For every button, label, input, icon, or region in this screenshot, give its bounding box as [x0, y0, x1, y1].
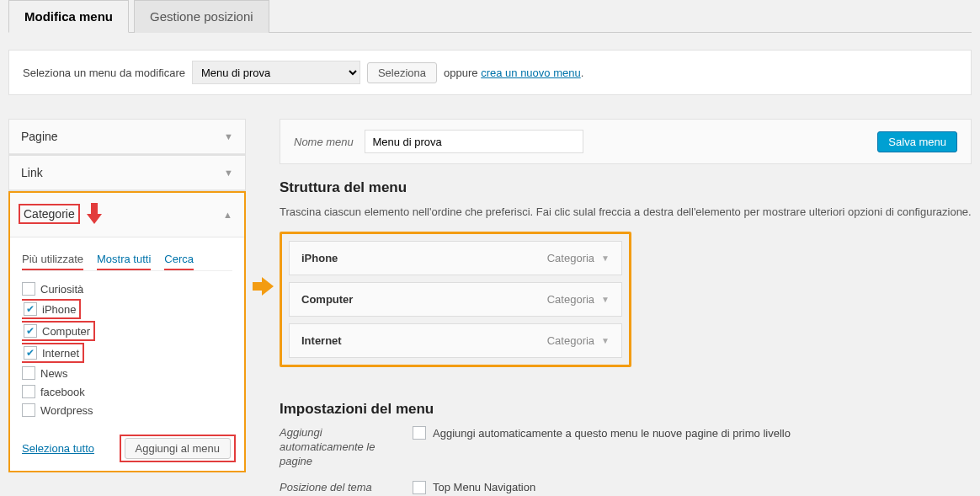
widget-links: Link ▼	[8, 155, 246, 191]
caret-down-icon: ▼	[224, 131, 233, 141]
menu-item-type: Categoria▼	[547, 293, 610, 306]
save-menu-button[interactable]: Salva menu	[877, 131, 957, 152]
menu-name-label: Nome menu	[294, 136, 354, 148]
widget-links-header[interactable]: Link ▼	[9, 156, 245, 190]
category-item[interactable]: facebook	[22, 382, 227, 401]
category-label: iPhone	[42, 303, 76, 316]
select-button[interactable]: Seleziona	[367, 62, 437, 83]
arrow-down-icon	[87, 203, 102, 227]
theme-pos-text: Top Menu Navigation	[433, 481, 535, 493]
category-checkbox[interactable]	[22, 403, 35, 417]
or-text: oppure	[444, 67, 477, 79]
caret-down-icon[interactable]: ▼	[601, 295, 610, 304]
sidebar: Pagine ▼ Link ▼ Categorie ▲	[8, 119, 246, 472]
category-item[interactable]: News	[22, 364, 227, 382]
menu-item-type: Categoria▼	[547, 334, 610, 347]
category-checkbox[interactable]	[24, 324, 37, 338]
caret-down-icon[interactable]: ▼	[601, 336, 610, 345]
category-item[interactable]: Wordpress	[22, 401, 227, 419]
widget-categories-header[interactable]: Categorie ▲	[10, 193, 244, 237]
tab-manage-positions[interactable]: Gestione posizioni	[134, 0, 269, 33]
menu-header-bar: Nome menu Salva menu	[280, 119, 972, 164]
category-checkbox[interactable]	[22, 385, 35, 398]
menu-item-type: Categoria▼	[547, 252, 610, 264]
select-all-link[interactable]: Seleziona tutto	[22, 442, 94, 455]
main-panel: Nome menu Salva menu Struttura del menu …	[280, 119, 972, 496]
category-checkbox[interactable]	[22, 282, 35, 296]
auto-add-text: Aggiungi automaticamente a questo menu l…	[433, 427, 791, 440]
structure-instr: Trascina ciascun elemento nell'ordine ch…	[280, 205, 972, 220]
category-checkbox[interactable]	[22, 366, 35, 380]
arrow-right-icon	[253, 277, 276, 296]
category-list[interactable]: CuriositàiPhoneComputerInternetNewsfaceb…	[22, 280, 232, 421]
tab-edit-menu[interactable]: Modifica menu	[8, 0, 129, 33]
settings-auto-add: Aggiungi automaticamente le pagine Aggiu…	[280, 426, 972, 469]
tab-search[interactable]: Cerca	[164, 248, 194, 270]
theme-pos-checkbox[interactable]	[413, 481, 426, 494]
widget-categories: Categorie ▲ Più utilizzate Mostra tutti …	[8, 191, 246, 472]
select-menu-label: Seleziona un menu da modificare	[23, 67, 185, 79]
auto-add-label: Aggiungi automaticamente le pagine	[280, 426, 389, 469]
widget-categories-title: Categorie	[19, 204, 80, 224]
settings-title: Impostazioni del menu	[280, 401, 972, 418]
category-label: Computer	[42, 325, 90, 338]
widget-pages: Pagine ▼	[8, 119, 246, 155]
tab-show-all[interactable]: Mostra tutti	[97, 248, 151, 270]
menu-select-bar: Seleziona un menu da modificare Menu di …	[8, 50, 972, 95]
menu-item-label: iPhone	[301, 252, 338, 264]
category-item[interactable]: Curiosità	[22, 280, 227, 298]
caret-up-icon: ▲	[223, 210, 232, 220]
menu-item[interactable]: InternetCategoria▼	[289, 323, 622, 358]
category-label: facebook	[40, 386, 85, 398]
tab-most-used[interactable]: Più utilizzate	[22, 248, 83, 270]
menu-item-label: Internet	[301, 334, 342, 347]
category-label: Internet	[42, 347, 79, 360]
category-label: News	[40, 367, 68, 380]
widget-links-title: Link	[21, 166, 43, 179]
create-new-menu-link[interactable]: crea un nuovo menu	[481, 67, 581, 79]
add-to-menu-button[interactable]: Aggiungi al menu	[125, 438, 231, 459]
menu-item-label: Computer	[301, 293, 353, 306]
menu-select[interactable]: Menu di prova	[192, 61, 360, 84]
widget-pages-title: Pagine	[21, 130, 58, 143]
category-label: Wordpress	[40, 404, 93, 417]
category-label: Curiosità	[40, 283, 83, 296]
category-item[interactable]: Internet	[22, 342, 227, 364]
menu-name-input[interactable]	[365, 130, 583, 153]
category-tabs: Più utilizzate Mostra tutti Cerca	[22, 248, 232, 271]
widget-categories-footer: Seleziona tutto Aggiungi al menu	[22, 431, 232, 461]
category-item[interactable]: Excel	[22, 419, 227, 421]
category-item[interactable]: Computer	[22, 320, 227, 342]
category-checkbox[interactable]	[24, 346, 37, 360]
caret-down-icon: ▼	[224, 168, 233, 178]
category-checkbox[interactable]	[24, 302, 37, 316]
settings-theme-pos: Posizione del tema Top Menu Navigation	[280, 481, 972, 495]
menu-structure-list: iPhoneCategoria▼ComputerCategoria▼Intern…	[280, 232, 631, 367]
auto-add-checkbox[interactable]	[413, 426, 426, 440]
structure-title: Struttura del menu	[280, 179, 972, 196]
nav-tabs: Modifica menu Gestione posizioni	[8, 0, 972, 33]
widget-pages-header[interactable]: Pagine ▼	[9, 120, 245, 154]
caret-down-icon[interactable]: ▼	[601, 253, 610, 263]
widget-categories-body: Più utilizzate Mostra tutti Cerca Curios…	[10, 237, 244, 471]
menu-item[interactable]: ComputerCategoria▼	[289, 282, 622, 317]
menu-item[interactable]: iPhoneCategoria▼	[289, 241, 622, 275]
category-item[interactable]: iPhone	[22, 298, 227, 320]
theme-pos-label: Posizione del tema	[280, 481, 389, 495]
